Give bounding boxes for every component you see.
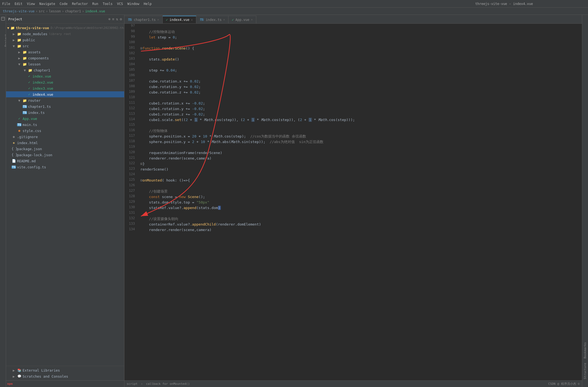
tree-root[interactable]: ▼ 📁 threejs-vite-vue D:\ProgramWorkSpace… <box>6 25 124 31</box>
menu-file[interactable]: File <box>2 2 10 6</box>
scope-icon[interactable]: ⊕ <box>108 17 111 21</box>
breadcrumb-src[interactable]: src <box>39 9 45 13</box>
table-row: 115 <box>124 123 582 128</box>
tree-public[interactable]: ▶ 📁 public <box>6 37 124 43</box>
breadcrumb-file[interactable]: index4.vue <box>85 9 105 13</box>
code-table: 97 98 //控制物体运动 99 let step = 0; 100 <box>124 24 582 233</box>
table-row: 125 ⊡onMounted( hook: ()=>{ <box>124 178 582 183</box>
breadcrumb-sep1: › <box>36 9 38 13</box>
status-sep: › <box>141 382 143 386</box>
menu-window[interactable]: Window <box>127 2 139 6</box>
window-title-bar: threejs-vite-vue › src › lesson › chapte… <box>0 8 588 15</box>
tree-index-vue[interactable]: ✓ index.vue <box>6 73 124 79</box>
table-row: 128 const scene = new Scene(); <box>124 194 582 200</box>
status-script: script <box>127 382 138 386</box>
menu-edit[interactable]: Edit <box>15 2 23 6</box>
menu-bar: File Edit View Navigate Code Refactor Ru… <box>0 0 588 8</box>
menu-run[interactable]: Run <box>92 2 98 6</box>
file-tree: ▼ 📁 threejs-vite-vue D:\ProgramWorkSpace… <box>6 24 124 366</box>
table-row: 111 cube1.rotation.x += -0.02; <box>124 101 582 106</box>
breadcrumb-lesson[interactable]: lesson <box>49 9 61 13</box>
tree-external-libraries[interactable]: ▶ 📚 External Libraries <box>6 367 124 373</box>
table-row: 123 renderScene() <box>124 167 582 172</box>
tree-chapter1[interactable]: ▼ 📁 chapter1 <box>6 67 124 73</box>
tree-style-css[interactable]: ● style.css <box>6 128 124 134</box>
menu-vcs[interactable]: VCS <box>117 2 123 6</box>
table-row: 97 <box>124 24 582 29</box>
table-row: 108 cube.rotation.y += 0.02; <box>124 84 582 90</box>
tree-gitignore[interactable]: ◉ .gitignore <box>6 134 124 140</box>
menu-view[interactable]: View <box>27 2 35 6</box>
tab-app-vue-label: App.vue <box>235 18 249 22</box>
bottom-panel: ▶ 📚 External Libraries ▶ 💬 Scratches and… <box>6 366 124 380</box>
table-row: 132 //设置摄像头朝向 <box>124 216 582 222</box>
table-row: 127 //创建场景 <box>124 189 582 194</box>
project-icon[interactable] <box>0 16 6 21</box>
table-row: 110 <box>124 95 582 101</box>
tree-src[interactable]: ▼ 📁 src <box>6 43 124 49</box>
bookmarks-label[interactable]: Bookmarks <box>583 340 587 361</box>
table-row: 134 renderer.render(scene,camera) <box>124 227 582 233</box>
breadcrumb-chapter1[interactable]: chapter1 <box>65 9 81 13</box>
editor-area: TS chapter1.ts × ✓ index4.vue × TS index… <box>124 15 582 387</box>
breadcrumb-sep3: › <box>62 9 64 13</box>
table-row: 104 <box>124 62 582 68</box>
tab-app-vue[interactable]: ✓ App.vue × <box>228 16 256 23</box>
tree-scratches-consoles[interactable]: ▶ 💬 Scratches and Consoles <box>6 373 124 379</box>
right-side-panel: Bookmarks Structure <box>582 15 588 387</box>
tree-package-lock-json[interactable]: { } package-lock.json <box>6 152 124 158</box>
structure-label[interactable]: Structure <box>583 361 587 381</box>
table-row: 107 cube.rotation.x += 0.02; <box>124 79 582 84</box>
tree-package-json[interactable]: { } package.json <box>6 146 124 152</box>
close-chapter1-ts[interactable]: × <box>157 18 159 21</box>
code-container[interactable]: 97 98 //控制物体运动 99 let step = 0; 100 <box>124 24 582 380</box>
close-app-vue[interactable]: × <box>251 18 253 21</box>
tree-index-html[interactable]: ◈ index.html <box>6 140 124 146</box>
tab-chapter1-ts[interactable]: TS chapter1.ts × <box>124 16 163 23</box>
tree-router[interactable]: ▼ 📁 router <box>6 97 124 103</box>
collapse-all-icon[interactable]: ≡ <box>112 17 115 21</box>
tree-index2-vue[interactable]: ✓ index2.vue <box>6 79 124 85</box>
menu-help[interactable]: Help <box>144 2 152 6</box>
tree-main-ts[interactable]: TS main.ts <box>6 122 124 128</box>
tree-index3-vue[interactable]: ✓ index3.vue <box>6 85 124 91</box>
tree-app-vue[interactable]: ✓ App.vue <box>6 116 124 122</box>
tab-index-ts[interactable]: TS index.ts × <box>196 16 228 23</box>
tree-readme-md[interactable]: 📄 README.md <box>6 158 124 164</box>
settings-icon[interactable]: ⚙ <box>120 17 122 21</box>
table-row: 98 //控制物体运动 <box>124 29 582 35</box>
expand-icon[interactable]: ⇅ <box>116 17 118 21</box>
status-right: CSDN @ 程序员小杰 © <box>548 382 580 386</box>
tree-node-modules[interactable]: ▶ 📁 node_modules library root <box>6 31 124 37</box>
table-row: 109 cube.rotation.z += 0.02; <box>124 90 582 95</box>
close-index-ts[interactable]: × <box>223 18 225 21</box>
tree-vite-config-ts[interactable]: TS vite.config.ts <box>6 164 124 170</box>
panel-header: Project ⊕ ≡ ⇅ ⚙ <box>6 15 124 24</box>
table-row: 129 stats.dom.style.top = "50px" <box>124 200 582 205</box>
menu-navigate[interactable]: Navigate <box>39 2 55 6</box>
npm-label[interactable]: npm <box>7 382 13 386</box>
table-row: 130 statsRef.value?.append(stats.dom) <box>124 205 582 211</box>
table-row: 122 ⊡} <box>124 161 582 167</box>
menu-refactor[interactable]: Refactor <box>72 2 88 6</box>
close-index4-vue[interactable]: × <box>191 18 193 21</box>
tab-index4-vue[interactable]: ✓ index4.vue × <box>163 16 197 23</box>
breadcrumb-project[interactable]: threejs-vite-vue <box>3 9 35 13</box>
menu-tools[interactable]: Tools <box>103 2 113 6</box>
tree-index-ts[interactable]: TS index.ts <box>6 109 124 116</box>
main-layout: Project Project ⊕ ≡ ⇅ ⚙ ▼ 📁 threejs-vite… <box>0 15 588 387</box>
table-row: 100 <box>124 40 582 46</box>
tree-index4-vue[interactable]: ✓ index4.vue <box>6 91 124 97</box>
tab-chapter1-ts-label: chapter1.ts <box>134 18 156 22</box>
tree-assets[interactable]: ▶ 📁 assets <box>6 49 124 55</box>
menu-code[interactable]: Code <box>60 2 68 6</box>
tree-components[interactable]: ▶ 📁 components <box>6 55 124 61</box>
table-row: 102 <box>124 51 582 57</box>
tree-lesson[interactable]: ▼ 📁 lesson <box>6 61 124 67</box>
breadcrumb: threejs-vite-vue › src › lesson › chapte… <box>3 9 105 13</box>
status-bar: script › callback for onMounted() CSDN @… <box>124 380 582 387</box>
tree-chapter1-ts[interactable]: TS chapter1.ts <box>6 103 124 109</box>
tab-index-ts-label: index.ts <box>206 18 222 22</box>
svg-rect-0 <box>1 17 5 20</box>
table-row: 117 sphere.position.x = 20 + 10 * Math.c… <box>124 134 582 139</box>
